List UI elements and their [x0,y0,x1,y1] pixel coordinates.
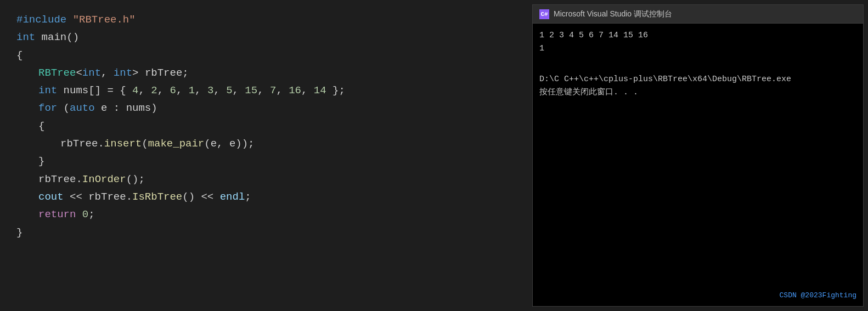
brace-open: { [16,47,22,64]
vs-icon: C# [539,9,549,19]
code-line-final-brace: } [16,224,511,241]
code-line-for-brace-close: } [16,152,511,170]
code-editor: #include "RBTree.h" int main() { RBTree<… [0,0,528,311]
code-line-insert: rbTree.insert(make_pair(e, e)); [16,135,511,152]
console-output-result: 1 [539,42,856,55]
code-line-main: int main() [16,29,511,46]
code-line-cout: cout << rbTree.IsRbTree() << endl; [16,188,511,206]
code-line-include: #include "RBTree.h" [16,11,511,29]
console-title: Microsoft Visual Studio 调试控制台 [554,9,672,19]
code-line-for-brace-open: { [16,117,511,135]
console-prompt: 按任意键关闭此窗口. . . [539,86,856,99]
console-exe-path: D:\C C++\c++\cplus-plus\RBTree\x64\Debug… [539,73,856,86]
code-line-nums: int nums[] = { 4, 2, 6, 1, 3, 5, 15, 7, … [16,82,511,99]
code-line-inorder: rbTree.InOrder(); [16,171,511,188]
include-filename: "RBTree.h" [73,11,136,29]
code-line-brace-open: { [16,47,511,64]
code-line-rbtree: RBTree<int, int> rbTree; [16,64,511,82]
keyword-int: int [16,29,35,46]
console-output-numbers: 1 2 3 4 5 6 7 14 15 16 [539,29,856,42]
type-rbtree: RBTree [38,64,76,82]
code-line-for: for (auto e : nums) [16,99,511,117]
console-window: C# Microsoft Visual Studio 调试控制台 1 2 3 4… [532,4,864,307]
console-panel: C# Microsoft Visual Studio 调试控制台 1 2 3 4… [528,0,868,311]
console-titlebar: C# Microsoft Visual Studio 调试控制台 [533,5,863,24]
main-signature: main() [35,29,79,46]
code-line-return: return 0; [16,206,511,223]
console-body: 1 2 3 4 5 6 7 14 15 16 1 D:\C C++\c++\cp… [533,24,863,306]
console-footer-text: CSDN @2023Fighting [780,290,856,302]
console-output-blank [539,55,856,69]
preprocessor-keyword: #include [16,11,73,29]
